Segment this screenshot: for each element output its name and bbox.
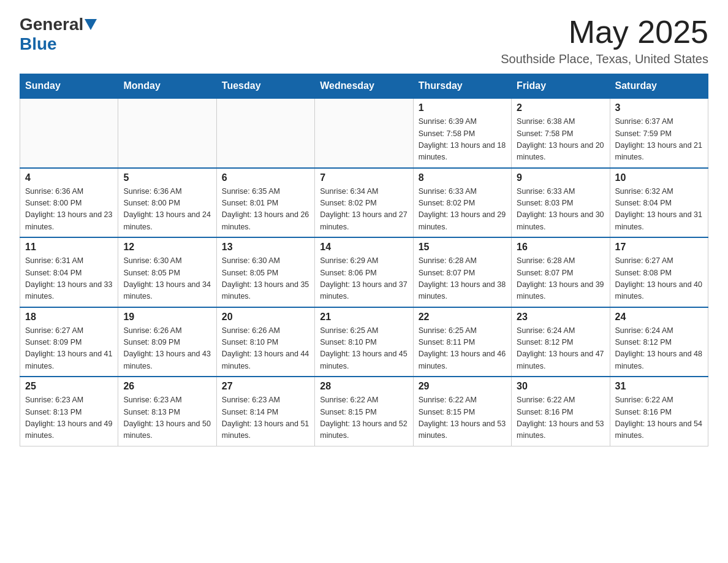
logo-general-text: General — [20, 15, 83, 34]
day-number: 29 — [419, 381, 506, 392]
calendar-week-row: 4Sunrise: 6:36 AMSunset: 8:00 PMDaylight… — [20, 168, 708, 238]
day-number: 24 — [615, 312, 703, 323]
day-number: 25 — [25, 381, 113, 392]
calendar-cell: 4Sunrise: 6:36 AMSunset: 8:00 PMDaylight… — [20, 168, 118, 238]
calendar-cell — [20, 98, 118, 168]
day-info: Sunrise: 6:29 AMSunset: 8:06 PMDaylight:… — [320, 255, 408, 303]
day-info: Sunrise: 6:26 AMSunset: 8:09 PMDaylight:… — [123, 325, 211, 373]
day-number: 16 — [517, 242, 604, 253]
calendar-header-row: SundayMondayTuesdayWednesdayThursdayFrid… — [20, 74, 708, 99]
day-number: 30 — [517, 381, 604, 392]
day-info: Sunrise: 6:28 AMSunset: 8:07 PMDaylight:… — [419, 255, 506, 303]
day-info: Sunrise: 6:27 AMSunset: 8:09 PMDaylight:… — [25, 325, 113, 373]
day-info: Sunrise: 6:28 AMSunset: 8:07 PMDaylight:… — [517, 255, 604, 303]
day-info: Sunrise: 6:33 AMSunset: 8:03 PMDaylight:… — [517, 186, 604, 234]
day-info: Sunrise: 6:39 AMSunset: 7:58 PMDaylight:… — [419, 116, 506, 164]
day-number: 31 — [615, 381, 703, 392]
calendar-cell: 27Sunrise: 6:23 AMSunset: 8:14 PMDayligh… — [216, 377, 314, 446]
calendar-cell: 31Sunrise: 6:22 AMSunset: 8:16 PMDayligh… — [610, 377, 708, 446]
day-info: Sunrise: 6:33 AMSunset: 8:02 PMDaylight:… — [419, 186, 506, 234]
day-number: 7 — [320, 172, 408, 183]
day-number: 4 — [25, 172, 113, 183]
calendar-week-row: 11Sunrise: 6:31 AMSunset: 8:04 PMDayligh… — [20, 237, 708, 307]
calendar-week-row: 18Sunrise: 6:27 AMSunset: 8:09 PMDayligh… — [20, 307, 708, 377]
calendar-header-saturday: Saturday — [610, 74, 708, 99]
day-number: 5 — [123, 172, 211, 183]
day-info: Sunrise: 6:22 AMSunset: 8:15 PMDaylight:… — [320, 394, 408, 442]
day-info: Sunrise: 6:23 AMSunset: 8:14 PMDaylight:… — [222, 394, 309, 442]
calendar-cell: 6Sunrise: 6:35 AMSunset: 8:01 PMDaylight… — [216, 168, 314, 238]
calendar-header-tuesday: Tuesday — [216, 74, 314, 99]
location-subtitle: Southside Place, Texas, United States — [501, 52, 708, 66]
day-info: Sunrise: 6:26 AMSunset: 8:10 PMDaylight:… — [222, 325, 309, 373]
day-info: Sunrise: 6:32 AMSunset: 8:04 PMDaylight:… — [615, 186, 703, 234]
day-number: 27 — [222, 381, 309, 392]
day-info: Sunrise: 6:24 AMSunset: 8:12 PMDaylight:… — [517, 325, 604, 373]
day-number: 2 — [517, 102, 604, 113]
day-info: Sunrise: 6:36 AMSunset: 8:00 PMDaylight:… — [123, 186, 211, 234]
day-info: Sunrise: 6:22 AMSunset: 8:16 PMDaylight:… — [517, 394, 604, 442]
day-info: Sunrise: 6:37 AMSunset: 7:59 PMDaylight:… — [615, 116, 703, 164]
day-info: Sunrise: 6:24 AMSunset: 8:12 PMDaylight:… — [615, 325, 703, 373]
day-info: Sunrise: 6:34 AMSunset: 8:02 PMDaylight:… — [320, 186, 408, 234]
calendar-cell: 8Sunrise: 6:33 AMSunset: 8:02 PMDaylight… — [413, 168, 511, 238]
calendar-week-row: 1Sunrise: 6:39 AMSunset: 7:58 PMDaylight… — [20, 98, 708, 168]
day-number: 21 — [320, 312, 408, 323]
calendar-header-monday: Monday — [118, 74, 216, 99]
month-year-title: May 2025 — [501, 15, 708, 50]
day-number: 19 — [123, 312, 211, 323]
day-number: 15 — [419, 242, 506, 253]
day-number: 17 — [615, 242, 703, 253]
calendar-cell: 19Sunrise: 6:26 AMSunset: 8:09 PMDayligh… — [118, 307, 216, 377]
day-number: 18 — [25, 312, 113, 323]
title-block: May 2025 Southside Place, Texas, United … — [501, 15, 708, 66]
calendar-cell: 23Sunrise: 6:24 AMSunset: 8:12 PMDayligh… — [512, 307, 610, 377]
day-number: 12 — [123, 242, 211, 253]
calendar-cell: 17Sunrise: 6:27 AMSunset: 8:08 PMDayligh… — [610, 237, 708, 307]
day-info: Sunrise: 6:25 AMSunset: 8:11 PMDaylight:… — [419, 325, 506, 373]
calendar-cell: 18Sunrise: 6:27 AMSunset: 8:09 PMDayligh… — [20, 307, 118, 377]
calendar-cell: 9Sunrise: 6:33 AMSunset: 8:03 PMDaylight… — [512, 168, 610, 238]
day-number: 13 — [222, 242, 309, 253]
calendar-cell: 25Sunrise: 6:23 AMSunset: 8:13 PMDayligh… — [20, 377, 118, 446]
day-info: Sunrise: 6:35 AMSunset: 8:01 PMDaylight:… — [222, 186, 309, 234]
day-info: Sunrise: 6:22 AMSunset: 8:16 PMDaylight:… — [615, 394, 703, 442]
calendar-cell: 7Sunrise: 6:34 AMSunset: 8:02 PMDaylight… — [315, 168, 413, 238]
day-info: Sunrise: 6:30 AMSunset: 8:05 PMDaylight:… — [123, 255, 211, 303]
day-info: Sunrise: 6:30 AMSunset: 8:05 PMDaylight:… — [222, 255, 309, 303]
day-info: Sunrise: 6:25 AMSunset: 8:10 PMDaylight:… — [320, 325, 408, 373]
calendar-cell — [216, 98, 314, 168]
day-number: 6 — [222, 172, 309, 183]
day-number: 8 — [419, 172, 506, 183]
day-number: 22 — [419, 312, 506, 323]
day-number: 28 — [320, 381, 408, 392]
logo-blue-text: Blue — [20, 34, 57, 54]
day-number: 14 — [320, 242, 408, 253]
calendar-cell: 26Sunrise: 6:23 AMSunset: 8:13 PMDayligh… — [118, 377, 216, 446]
calendar-week-row: 25Sunrise: 6:23 AMSunset: 8:13 PMDayligh… — [20, 377, 708, 446]
calendar-cell: 20Sunrise: 6:26 AMSunset: 8:10 PMDayligh… — [216, 307, 314, 377]
day-number: 11 — [25, 242, 113, 253]
calendar-cell: 21Sunrise: 6:25 AMSunset: 8:10 PMDayligh… — [315, 307, 413, 377]
logo-triangle-icon — [85, 19, 97, 30]
calendar-cell: 11Sunrise: 6:31 AMSunset: 8:04 PMDayligh… — [20, 237, 118, 307]
calendar-cell — [315, 98, 413, 168]
calendar-cell: 24Sunrise: 6:24 AMSunset: 8:12 PMDayligh… — [610, 307, 708, 377]
day-info: Sunrise: 6:22 AMSunset: 8:15 PMDaylight:… — [419, 394, 506, 442]
calendar-cell: 1Sunrise: 6:39 AMSunset: 7:58 PMDaylight… — [413, 98, 511, 168]
calendar-cell — [118, 98, 216, 168]
calendar-cell: 29Sunrise: 6:22 AMSunset: 8:15 PMDayligh… — [413, 377, 511, 446]
day-info: Sunrise: 6:23 AMSunset: 8:13 PMDaylight:… — [25, 394, 113, 442]
calendar-cell: 28Sunrise: 6:22 AMSunset: 8:15 PMDayligh… — [315, 377, 413, 446]
calendar-header-friday: Friday — [512, 74, 610, 99]
calendar-cell: 5Sunrise: 6:36 AMSunset: 8:00 PMDaylight… — [118, 168, 216, 238]
day-number: 20 — [222, 312, 309, 323]
day-number: 1 — [419, 102, 506, 113]
day-number: 10 — [615, 172, 703, 183]
day-number: 23 — [517, 312, 604, 323]
calendar-cell: 14Sunrise: 6:29 AMSunset: 8:06 PMDayligh… — [315, 237, 413, 307]
calendar-header-sunday: Sunday — [20, 74, 118, 99]
day-info: Sunrise: 6:36 AMSunset: 8:00 PMDaylight:… — [25, 186, 113, 234]
calendar-cell: 30Sunrise: 6:22 AMSunset: 8:16 PMDayligh… — [512, 377, 610, 446]
day-number: 9 — [517, 172, 604, 183]
